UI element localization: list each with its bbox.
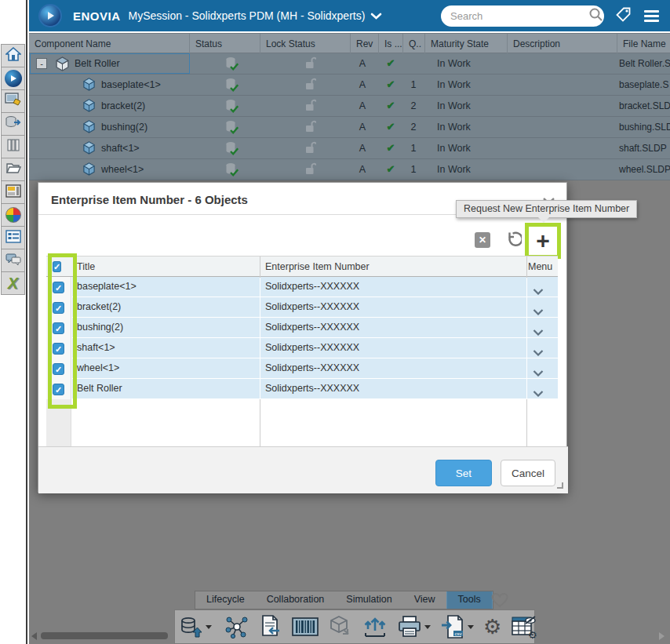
row-menu-chevron-icon[interactable] (533, 345, 544, 359)
dialog-row[interactable]: ✓ shaft<1> Solidxperts--XXXXXX (46, 338, 558, 358)
component-name[interactable]: shaft<1> (101, 143, 140, 154)
scroll-left-arrow[interactable] (31, 632, 37, 640)
component-name[interactable]: baseplate<1> (101, 79, 161, 90)
table-display-settings-button[interactable]: ⚙ (506, 610, 542, 643)
component-name[interactable]: bracket(2) (101, 100, 145, 111)
row-menu-chevron-icon[interactable] (533, 284, 544, 298)
sidebar-item-dashboard[interactable] (1, 180, 25, 204)
export-csv-button[interactable]: csv (435, 610, 479, 643)
column-header-rev[interactable]: Rev (350, 34, 378, 54)
file-name: Belt Roller.S (619, 58, 670, 69)
barcode-button[interactable] (287, 610, 323, 643)
qty-value: 2 (407, 100, 420, 111)
column-header-menu[interactable]: Menu (528, 257, 552, 278)
dropdown-caret-icon[interactable] (468, 625, 474, 629)
table-row[interactable]: bracket(2) A ✔ 2 In Work bracket.SLD (29, 96, 670, 117)
network-structure-button[interactable] (220, 610, 254, 643)
dialog-row[interactable]: ✓ baseplate<1> Solidxperts--XXXXXX (46, 277, 558, 297)
save-to-database-button[interactable] (175, 610, 217, 643)
row-checkbox[interactable]: ✓ (53, 282, 64, 293)
sidebar-item-home[interactable] (1, 44, 25, 67)
horizontal-scrollbar-thumb[interactable] (41, 632, 168, 639)
tab-view[interactable]: View (403, 591, 446, 609)
column-header-maturity-state[interactable]: Maturity State (424, 34, 507, 54)
sidebar-item-xpress[interactable]: X (1, 271, 25, 295)
row-checkbox[interactable]: ✓ (53, 343, 64, 355)
column-header-component-name[interactable]: Component Name (29, 34, 189, 54)
cancel-button[interactable]: Cancel (501, 460, 555, 486)
column-header-description[interactable]: Description (507, 34, 617, 54)
request-new-enterprise-item-number-icon[interactable]: + (536, 229, 550, 253)
table-row[interactable]: bushing(2) A ✔ 2 In Work bushing.SLD (29, 117, 670, 138)
column-header-title[interactable]: Title (77, 257, 95, 278)
select-all-checkbox[interactable]: ✓ (53, 257, 61, 278)
sidebar-item-data-exchange[interactable] (1, 112, 25, 136)
table-row[interactable]: wheel<1> A ✔ 1 In Work wheel.SLDP (29, 159, 670, 180)
tooltip-text: Request New Enterprise Item Number (464, 203, 629, 214)
3dexperience-logo-icon[interactable] (38, 4, 62, 27)
maturity-state: In Work (437, 100, 471, 111)
row-menu-chevron-icon[interactable] (533, 325, 544, 339)
column-header-is[interactable]: Is ... (378, 34, 402, 54)
tag-icon[interactable] (615, 6, 632, 26)
settings-button[interactable]: ⚙ (479, 610, 506, 643)
favorites-heart-icon[interactable] (490, 592, 509, 611)
search-input[interactable] (450, 10, 588, 22)
row-menu-chevron-icon[interactable] (533, 386, 544, 400)
dropdown-caret-icon[interactable] (206, 625, 212, 629)
column-header-lock-status[interactable]: Lock Status (260, 34, 350, 54)
tab-simulation[interactable]: Simulation (335, 591, 402, 609)
column-header-ein[interactable]: Enterprise Item Number (265, 257, 370, 278)
row-checkbox[interactable]: ✓ (53, 302, 64, 314)
tab-lifecycle[interactable]: Lifecycle (195, 591, 256, 609)
sidebar-item-library[interactable] (1, 135, 25, 158)
set-button[interactable]: Set (435, 460, 492, 486)
menu-hamburger-icon[interactable] (644, 8, 659, 24)
column-header-file-name[interactable]: File Name (617, 34, 670, 54)
table-row[interactable]: baseplate<1> A ✔ 1 In Work baseplate.S (29, 75, 670, 96)
search-icon[interactable] (588, 7, 603, 25)
row-menu-chevron-icon[interactable] (533, 366, 544, 380)
sidebar-item-3dexperience[interactable] (1, 67, 25, 90)
rev-value: A (354, 100, 371, 111)
document-exchange-button[interactable] (254, 610, 287, 643)
remove-icon[interactable]: ✕ (475, 232, 490, 248)
column-header-status[interactable]: Status (189, 34, 260, 54)
dialog-row[interactable]: ✓ wheel<1> Solidxperts--XXXXXX (46, 358, 558, 379)
scroll-right-arrow[interactable] (659, 632, 665, 640)
dialog-row[interactable]: ✓ Belt Roller Solidxperts--XXXXXX (46, 379, 558, 399)
column-header-qty[interactable]: Q.. (402, 34, 424, 54)
enovia-screen: X ENOVIA MySession - Solidxperts PDM (MH… (0, 0, 670, 644)
session-title[interactable]: MySession - Solidxperts PDM (MH - Solidx… (129, 9, 366, 22)
package-3d-button[interactable] (323, 610, 358, 643)
print-button[interactable] (392, 610, 435, 643)
sidebar-item-collaboration[interactable] (1, 249, 25, 272)
row-checkbox[interactable]: ✓ (53, 384, 64, 395)
sidebar-item-report[interactable] (1, 226, 25, 249)
tab-collaboration[interactable]: Collaboration (256, 591, 336, 609)
status-database-check-icon (225, 141, 239, 159)
component-tree: - Belt Roller A ✔ In Work Belt Roller.S (29, 53, 670, 180)
component-name[interactable]: bushing(2) (101, 122, 147, 133)
dialog-row[interactable]: ✓ bushing(2) Solidxperts--XXXXXX (46, 318, 558, 338)
export-up-button[interactable] (358, 610, 392, 643)
sidebar-item-design-review[interactable] (1, 89, 25, 113)
session-chevron-icon[interactable] (370, 13, 382, 20)
dialog-row[interactable]: ✓ bracket(2) Solidxperts--XXXXXX (46, 297, 558, 318)
tab-tools[interactable]: Tools (446, 591, 493, 609)
row-checkbox[interactable]: ✓ (53, 322, 64, 334)
undo-icon[interactable] (504, 231, 522, 251)
sidebar-item-folder[interactable] (1, 158, 25, 181)
collapse-toggle[interactable]: - (36, 58, 47, 69)
tooltip: Request New Enterprise Item Number (456, 200, 637, 218)
table-row[interactable]: shaft<1> A ✔ 1 In Work shaft.SLDP (29, 138, 670, 159)
sidebar-item-web[interactable] (1, 203, 25, 227)
row-menu-chevron-icon[interactable] (533, 304, 544, 318)
search-box[interactable] (441, 5, 604, 27)
row-checkbox[interactable]: ✓ (53, 363, 64, 375)
component-name[interactable]: wheel<1> (101, 164, 144, 175)
table-row[interactable]: - Belt Roller A ✔ In Work Belt Roller.S (29, 53, 670, 75)
dropdown-caret-icon[interactable] (424, 625, 431, 629)
resize-handle[interactable] (557, 482, 563, 489)
component-name[interactable]: Belt Roller (75, 58, 120, 69)
